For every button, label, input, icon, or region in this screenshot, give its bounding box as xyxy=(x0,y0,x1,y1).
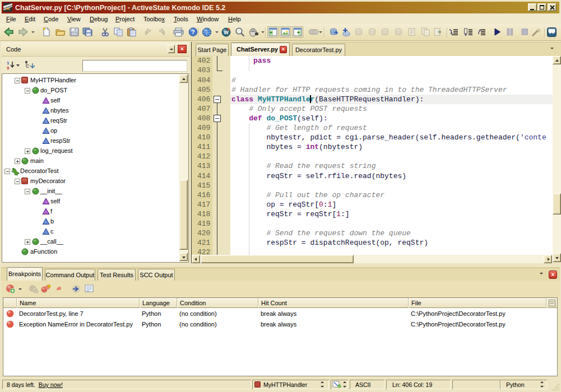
svg-text:9: 9 xyxy=(7,66,10,70)
svg-text:1: 1 xyxy=(7,60,10,66)
svg-text:?: ? xyxy=(191,29,194,35)
svg-text:W: W xyxy=(224,30,229,35)
